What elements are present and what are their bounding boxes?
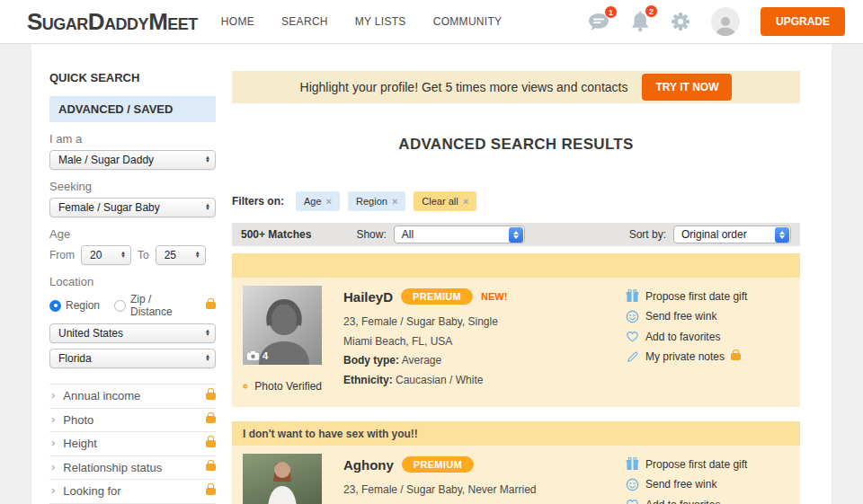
state-select[interactable]: Florida ▲▼ xyxy=(49,349,216,368)
gift-icon xyxy=(626,457,639,471)
i-am-a-select[interactable]: Male / Sugar Daddy ▲▼ xyxy=(49,150,216,170)
portrait-placeholder xyxy=(243,454,322,504)
propose-gift-link[interactable]: Propose first date gift xyxy=(626,289,789,303)
filter-label: Height xyxy=(63,437,97,450)
profile-body-type: Body type: Average xyxy=(343,351,626,371)
photo-verified-label: Photo Verified xyxy=(254,380,322,393)
profile-name[interactable]: Aghony xyxy=(343,457,394,473)
action-label: Propose first date gift xyxy=(645,290,747,303)
filter-chip-region[interactable]: Region× xyxy=(348,191,405,211)
i-am-a-label: I am a xyxy=(49,132,232,146)
chip-label: Region xyxy=(356,196,387,207)
show-label: Show: xyxy=(356,228,386,241)
profile-headline: I don't want to have sex with you!! xyxy=(232,421,800,446)
filter-label: Annual income xyxy=(63,389,140,402)
zip-distance-radio[interactable]: Zip / Distance xyxy=(114,293,191,318)
send-wink-link[interactable]: Send free wink xyxy=(626,478,789,491)
age-label: Age xyxy=(49,227,232,241)
chevron-right-icon: › xyxy=(51,436,55,449)
nav-home[interactable]: HOME xyxy=(221,15,254,28)
upgrade-button[interactable]: UPGRADE xyxy=(761,7,845,36)
age-to-select[interactable]: 25 ▲▼ xyxy=(156,245,206,265)
add-favorites-link[interactable]: Add to favorites xyxy=(626,498,789,504)
profile-summary: 23, Female / Sugar Baby, Single xyxy=(343,313,626,332)
region-radio[interactable]: Region xyxy=(49,299,100,312)
result-card: I don't want to have sex with you!! Agho… xyxy=(232,421,800,504)
filter-height[interactable]: ›Height xyxy=(49,432,216,456)
profile-photo[interactable]: 4 xyxy=(243,286,322,365)
chevron-right-icon: › xyxy=(51,388,55,402)
zip-radio-label: Zip / Distance xyxy=(130,293,191,318)
wink-icon xyxy=(626,478,639,491)
tab-quick-search[interactable]: QUICK SEARCH xyxy=(49,71,232,84)
messages-button[interactable]: 1 xyxy=(587,12,609,32)
age-from-label: From xyxy=(49,249,75,261)
nav-search[interactable]: SEARCH xyxy=(281,15,328,28)
verified-check-icon xyxy=(243,379,247,393)
propose-gift-link[interactable]: Propose first date gift xyxy=(626,457,789,471)
profile-avatar[interactable] xyxy=(711,7,740,36)
nav-community[interactable]: COMMUNITY xyxy=(433,15,503,28)
heart-icon xyxy=(626,330,639,343)
lock-icon xyxy=(206,464,216,471)
main-nav: HOME SEARCH MY LISTS COMMUNITY xyxy=(221,15,503,28)
show-select[interactable]: All xyxy=(394,225,525,243)
lock-icon xyxy=(731,353,741,360)
send-wink-link[interactable]: Send free wink xyxy=(626,310,789,323)
body-type-value: Average xyxy=(399,354,441,367)
lock-icon xyxy=(206,440,216,447)
close-icon[interactable]: × xyxy=(463,196,468,207)
seeking-select[interactable]: Female / Sugar Baby ▲▼ xyxy=(49,198,216,217)
country-value: United States xyxy=(58,327,205,340)
radio-unselected-icon xyxy=(114,300,126,312)
top-header: SugarDaddyMeet HOME SEARCH MY LISTS COMM… xyxy=(0,0,863,44)
try-it-now-button[interactable]: TRY IT NOW xyxy=(642,74,732,101)
chevron-right-icon: › xyxy=(51,483,55,497)
state-value: Florida xyxy=(58,352,205,365)
results-main: Highlight your profile! Get 5 times more… xyxy=(232,44,832,504)
gift-icon xyxy=(626,289,639,303)
locked-filters-list: ›Annual income ›Photo ›Height ›Relations… xyxy=(49,384,216,504)
close-icon[interactable]: × xyxy=(326,196,332,207)
profile-photo[interactable] xyxy=(243,454,322,504)
private-notes-link[interactable]: My private notes xyxy=(626,350,789,364)
chip-label: Age xyxy=(304,196,322,207)
notifications-button[interactable]: 2 xyxy=(630,11,650,32)
filter-photo[interactable]: ›Photo xyxy=(49,409,216,433)
lock-icon xyxy=(206,416,216,423)
person-icon xyxy=(714,14,737,36)
logo-part: Sugar xyxy=(27,8,88,35)
settings-button[interactable] xyxy=(671,12,690,31)
add-favorites-link[interactable]: Add to favorites xyxy=(626,330,789,343)
filter-looking-for[interactable]: ›Looking for xyxy=(49,480,216,504)
country-select[interactable]: United States ▲▼ xyxy=(49,323,216,343)
select-stepper-icon xyxy=(509,227,523,243)
tab-advanced-saved[interactable]: ADVANCED / SAVED xyxy=(49,96,216,122)
sort-select[interactable]: Original order xyxy=(673,225,791,243)
nav-my-lists[interactable]: MY LISTS xyxy=(355,15,406,28)
filter-relationship-status[interactable]: ›Relationship status xyxy=(49,456,216,481)
photo-verified: Photo Verified xyxy=(243,379,322,393)
age-from-select[interactable]: 20 ▲▼ xyxy=(81,245,131,265)
chip-label: Clear all xyxy=(422,196,458,207)
clear-all-chip[interactable]: Clear all× xyxy=(414,191,476,211)
site-logo[interactable]: SugarDaddyMeet xyxy=(27,8,198,36)
action-label: My private notes xyxy=(645,350,725,363)
action-label: Propose first date gift xyxy=(645,458,747,471)
wink-icon xyxy=(626,310,639,323)
seeking-value: Female / Sugar Baby xyxy=(58,201,205,214)
filter-chip-age[interactable]: Age× xyxy=(296,191,340,211)
location-label: Location xyxy=(49,275,232,288)
logo-part: Daddy xyxy=(88,8,148,35)
pencil-icon xyxy=(626,350,639,364)
lock-icon xyxy=(206,302,216,309)
logo-part: Meet xyxy=(148,8,198,35)
filter-annual-income[interactable]: ›Annual income xyxy=(49,385,216,409)
profile-ethnicity: Ethnicity: Caucasian / White xyxy=(343,371,626,391)
close-icon[interactable]: × xyxy=(392,196,397,207)
result-card: 4 Photo Verified HaileyD PREMIUM NEW! 23… xyxy=(232,253,800,407)
age-to-label: To xyxy=(138,249,149,261)
lock-icon xyxy=(206,393,216,400)
chevron-right-icon: › xyxy=(51,412,55,426)
profile-name[interactable]: HaileyD xyxy=(343,289,393,305)
